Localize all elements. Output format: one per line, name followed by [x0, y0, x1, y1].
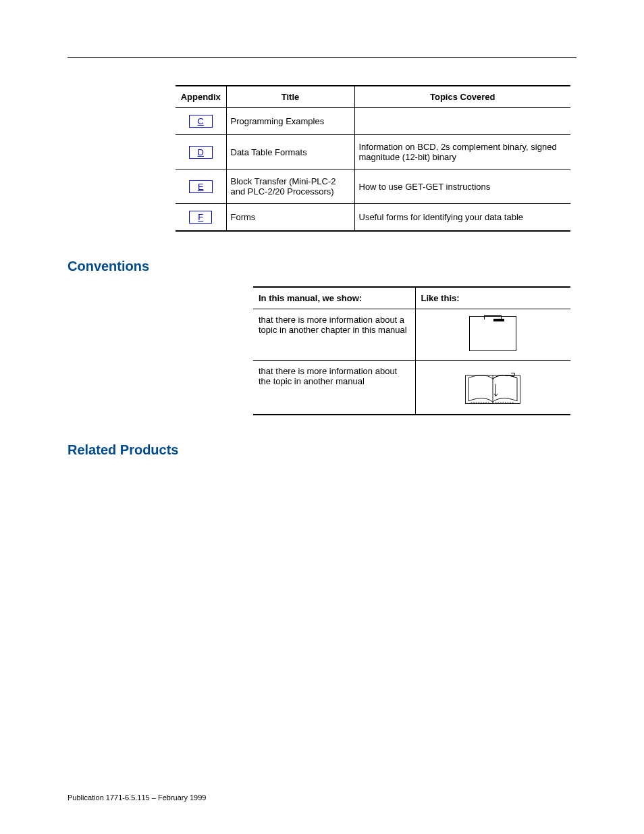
appendix-header-title: Title — [226, 86, 354, 108]
conventions-text-cell: that there is more information about the… — [253, 361, 415, 415]
conventions-header-show: In this manual, we show: — [253, 287, 415, 309]
conventions-icon-cell — [415, 361, 570, 415]
appendix-title-cell: Programming Examples — [226, 108, 354, 135]
publication-footer: Publication 1771-6.5.115 – February 1999 — [68, 793, 206, 802]
page-icon — [469, 316, 516, 351]
table-row: C Programming Examples — [176, 108, 570, 135]
appendix-title-cell: Block Transfer (Mini-PLC-2 and PLC-2/20 … — [226, 170, 354, 204]
related-products-heading: Related Products — [68, 442, 576, 458]
appendix-topics-cell: How to use GET-GET instructions — [354, 170, 570, 204]
table-row: D Data Table Formats Information on BCD,… — [176, 135, 570, 170]
appendix-title-cell: Forms — [226, 204, 354, 232]
appendix-link-c[interactable]: C — [189, 115, 213, 128]
appendix-link-d[interactable]: D — [189, 146, 213, 159]
appendix-topics-cell: Information on BCD, 2s complement binary… — [354, 135, 570, 170]
conventions-icon-cell — [415, 309, 570, 361]
table-row: E Block Transfer (Mini-PLC-2 and PLC-2/2… — [176, 170, 570, 204]
appendix-table: Appendix Title Topics Covered C Programm… — [176, 85, 570, 232]
appendix-header-topics: Topics Covered — [354, 86, 570, 108]
appendix-link-f[interactable]: F — [189, 211, 212, 224]
conventions-heading: Conventions — [68, 259, 576, 274]
table-row: that there is more information about the… — [253, 361, 570, 415]
top-rule — [68, 57, 576, 58]
conventions-header-like: Like this: — [415, 287, 570, 309]
appendix-topics-cell: Useful forms for identifying your data t… — [354, 204, 570, 232]
table-row: that there is more information about a t… — [253, 309, 570, 361]
conventions-text-cell: that there is more information about a t… — [253, 309, 415, 361]
table-row: F Forms Useful forms for identifying you… — [176, 204, 570, 232]
appendix-topics-cell — [354, 108, 570, 135]
book-icon — [462, 369, 523, 407]
appendix-link-e[interactable]: E — [189, 180, 213, 193]
appendix-header-appendix: Appendix — [176, 86, 226, 108]
appendix-title-cell: Data Table Formats — [226, 135, 354, 170]
conventions-table: In this manual, we show: Like this: that… — [253, 286, 570, 415]
